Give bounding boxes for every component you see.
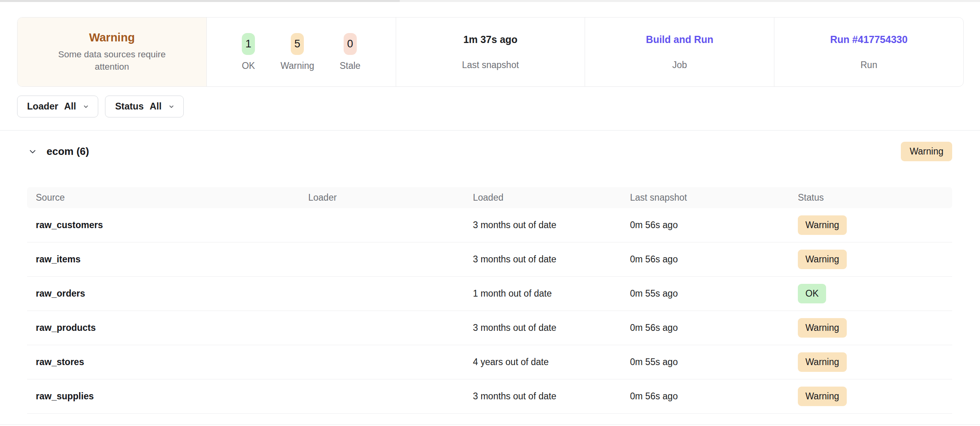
- stat-warning-label: Warning: [280, 61, 314, 71]
- summary-run-section: Run #417754330 Run: [774, 18, 963, 86]
- loaded-cell: 4 years out of date: [473, 357, 630, 367]
- status-filter-dropdown[interactable]: Status All: [105, 96, 184, 117]
- status-badge: Warning: [798, 215, 847, 235]
- stat-ok: 1 OK: [242, 33, 255, 71]
- loader-filter-dropdown[interactable]: Loader All: [17, 96, 98, 117]
- sources-table: Source Loader Loaded Last snapshot Statu…: [27, 187, 952, 414]
- loaded-cell: 3 months out of date: [473, 322, 630, 333]
- summary-status-subtitle: Some data sources require attention: [53, 48, 171, 73]
- summary-status-section: Warning Some data sources require attent…: [18, 18, 206, 86]
- group-title: ecom (6): [47, 145, 89, 158]
- last-snapshot-label: Last snapshot: [462, 60, 519, 70]
- last-snapshot-cell: 0m 56s ago: [630, 391, 798, 402]
- filter-bar: Loader All Status All: [17, 96, 184, 117]
- source-name: raw_customers: [27, 220, 308, 231]
- loaded-cell: 3 months out of date: [473, 391, 630, 402]
- group-status-badge: Warning: [901, 142, 952, 161]
- last-snapshot-cell: 0m 56s ago: [630, 220, 798, 231]
- loaded-cell: 3 months out of date: [473, 254, 630, 265]
- loaded-cell: 3 months out of date: [473, 220, 630, 231]
- table-row: raw_orders 1 month out of date 0m 55s ag…: [27, 277, 952, 311]
- last-snapshot-cell: 0m 55s ago: [630, 357, 798, 367]
- loader-filter-name: Loader: [27, 101, 58, 112]
- last-snapshot-cell: 0m 56s ago: [630, 254, 798, 265]
- column-header-last-snapshot: Last snapshot: [630, 192, 798, 203]
- status-filter-value: All: [150, 101, 161, 112]
- stat-warning: 5 Warning: [280, 33, 314, 71]
- chevron-down-icon[interactable]: [28, 147, 37, 156]
- column-header-source: Source: [27, 192, 308, 203]
- table-row: raw_supplies 3 months out of date 0m 56s…: [27, 379, 952, 414]
- stat-stale: 0 Stale: [340, 33, 360, 71]
- chevron-down-icon: [167, 103, 175, 111]
- last-snapshot-cell: 0m 55s ago: [630, 288, 798, 299]
- source-name: raw_products: [27, 322, 308, 333]
- column-header-status: Status: [798, 192, 952, 203]
- table-header-row: Source Loader Loaded Last snapshot Statu…: [27, 187, 952, 208]
- table-row: raw_customers 3 months out of date 0m 56…: [27, 208, 952, 242]
- last-snapshot-value: 1m 37s ago: [463, 34, 517, 45]
- status-badge: Warning: [798, 318, 847, 338]
- status-filter-name: Status: [115, 101, 144, 112]
- column-header-loaded: Loaded: [473, 192, 630, 203]
- stat-ok-count: 1: [242, 33, 255, 55]
- source-name: raw_orders: [27, 288, 308, 299]
- status-badge: Warning: [798, 250, 847, 269]
- job-label: Job: [672, 60, 687, 70]
- summary-stats-section: 1 OK 5 Warning 0 Stale: [206, 18, 396, 86]
- column-header-loader: Loader: [308, 192, 473, 203]
- stat-warning-count: 5: [291, 33, 304, 55]
- status-badge: Warning: [798, 387, 847, 406]
- status-badge: OK: [798, 284, 826, 303]
- run-label: Run: [860, 60, 877, 70]
- stat-stale-count: 0: [344, 33, 357, 55]
- source-name: raw_items: [27, 254, 308, 265]
- last-snapshot-cell: 0m 56s ago: [630, 322, 798, 333]
- loader-filter-value: All: [64, 101, 76, 112]
- run-link[interactable]: Run #417754330: [830, 34, 908, 45]
- section-divider: [0, 424, 980, 425]
- top-scrollbar-track: [0, 0, 980, 2]
- top-scrollbar-thumb[interactable]: [0, 0, 400, 2]
- chevron-down-icon: [82, 103, 90, 111]
- stat-stale-label: Stale: [340, 61, 360, 71]
- summary-status-title: Warning: [89, 31, 135, 44]
- status-badge: Warning: [798, 352, 847, 372]
- source-name: raw_supplies: [27, 391, 308, 402]
- section-divider: [0, 130, 980, 131]
- loaded-cell: 1 month out of date: [473, 288, 630, 299]
- summary-last-snapshot-section: 1m 37s ago Last snapshot: [396, 18, 585, 86]
- job-link[interactable]: Build and Run: [646, 34, 713, 45]
- summary-card: Warning Some data sources require attent…: [17, 17, 964, 87]
- table-row: raw_products 3 months out of date 0m 56s…: [27, 311, 952, 345]
- table-row: raw_stores 4 years out of date 0m 55s ag…: [27, 345, 952, 379]
- group-header-ecom[interactable]: ecom (6) Warning: [17, 140, 952, 162]
- stat-ok-label: OK: [242, 61, 255, 71]
- summary-job-section: Build and Run Job: [585, 18, 774, 86]
- table-row: raw_items 3 months out of date 0m 56s ag…: [27, 242, 952, 277]
- source-name: raw_stores: [27, 357, 308, 367]
